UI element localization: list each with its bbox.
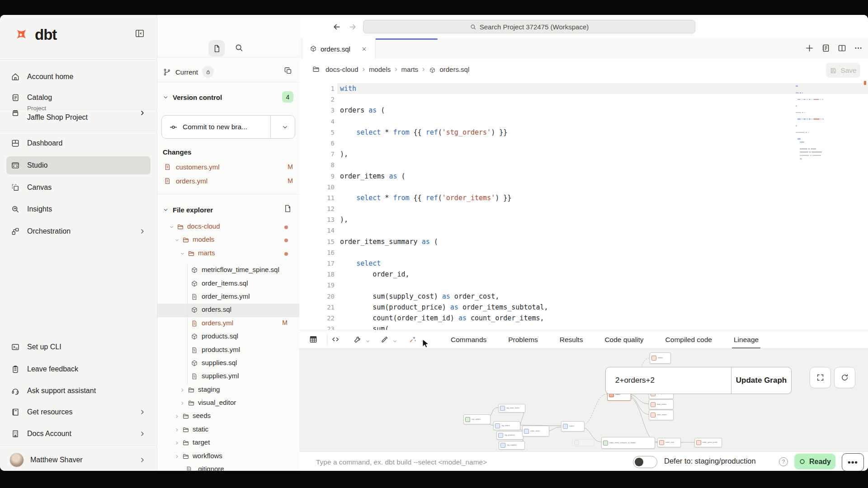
changed-file-orders-yml[interactable]: orders.yml M [164,174,295,187]
copy-button[interactable] [284,66,292,77]
tree-item-staging[interactable]: staging [157,384,299,397]
panel-tab-results[interactable]: Results [560,330,583,349]
code-editor[interactable]: 1with23orders as (45 select * from {{ re… [299,80,868,330]
sidebar-item-orchestration[interactable]: Orchestration [6,222,151,240]
format-dropdown[interactable] [392,338,397,346]
sidebar-item-insights[interactable]: Insights [6,200,151,218]
code-line-14: 14 [299,225,868,236]
files-view-button[interactable] [208,40,225,56]
lineage-node-order-cost[interactable]: order_cost [657,438,681,447]
lineage-node-order-items[interactable]: order_items [522,426,549,436]
lineage-node-stg-products[interactable]: stg_products [496,431,524,440]
back-button[interactable] [332,22,341,33]
project-search-input[interactable]: Search Project 372475 (Workspace) [363,20,695,33]
tree-item--gitignore[interactable]: .gitignore [157,463,299,471]
catalog-panel-button[interactable] [821,43,830,55]
lineage-refresh-button[interactable] [834,367,855,388]
editor-scrollbar[interactable] [864,80,866,330]
tree-item-seeds[interactable]: seeds [157,410,299,423]
lineage-node-orders[interactable]: orders [561,421,585,432]
tree-item-supplies-sql[interactable]: supplies.sql [157,357,299,370]
sidebar-item-setup-cli[interactable]: Set up CLI [6,338,151,356]
results-table-button[interactable] [309,335,318,346]
commit-button[interactable]: Commit to new bra... [161,115,295,139]
panel-tab-lineage[interactable]: Lineage [734,330,759,349]
ai-fix-button[interactable] [408,335,417,346]
changed-file-customers-yml[interactable]: customers.yml M [164,160,295,173]
lineage-node-orders[interactable]: orders [650,352,671,364]
minimap[interactable] [796,80,838,156]
sidebar-item-ask-support[interactable]: Ask support assistant [6,382,151,400]
sidebar-collapse-icon[interactable] [135,28,145,40]
tree-item-target[interactable]: target [157,436,299,450]
breadcrumb-item[interactable]: orders.sql [439,66,469,73]
lineage-node-order-gross-profit[interactable]: order_gross_profit [694,438,722,447]
lineage-node-order-items-compare-to-model[interactable]: order_items_compare_to_model [601,437,655,449]
sidebar-item-leave-feedback[interactable]: Leave feedback [6,360,151,378]
update-graph-button[interactable]: Update Graph [731,367,791,394]
defer-toggle[interactable] [633,456,657,468]
command-bar-more-button[interactable]: ••• [842,453,864,471]
build-button[interactable] [353,335,362,346]
panel-tab-code-quality[interactable]: Code quality [604,330,643,349]
panel-tab-compiled-code[interactable]: Compiled code [665,330,712,349]
lineage-node-stale-orders[interactable]: stale_orders [649,410,674,420]
command-input[interactable] [315,452,606,471]
sidebar-item-account-home[interactable]: Account home [6,68,151,86]
panel-tab-commands[interactable]: Commands [451,330,486,349]
lineage-node-ghost[interactable] [572,439,594,446]
sidebar-item-canvas[interactable]: Canvas [6,178,151,197]
lineage-node-stg-orders[interactable]: stg_orders [493,421,520,430]
close-icon[interactable] [361,46,367,52]
lineage-fullscreen-button[interactable] [810,367,831,388]
sidebar-item-dashboard[interactable]: Dashboard [6,134,151,152]
panel-tab-problems[interactable]: Problems [508,330,538,349]
help-icon[interactable]: ? [779,457,788,466]
chevron-right-icon [175,441,179,446]
tree-item-workflows[interactable]: workflows [157,450,299,463]
new-file-button[interactable] [283,204,292,215]
tree-item-orders-yml[interactable]: orders.ymlM [157,317,299,330]
sidebar-item-studio[interactable]: Studio [6,156,151,174]
sidebar-user-menu[interactable]: Matthew Shaver [6,451,151,469]
tab-orders-sql[interactable]: orders.sql [302,38,376,59]
lineage-panel[interactable]: raw_ordersstg_order_itemsstg_ordersstg_p… [299,348,868,452]
compile-code-button[interactable] [331,335,340,346]
sidebar-item-get-resources[interactable]: Get resources [6,403,151,421]
tree-item-marts[interactable]: marts [157,247,299,260]
tree-item-static[interactable]: static [157,423,299,436]
tree-item-orders-sql[interactable]: orders.sql [157,304,299,317]
tree-item-order-items-sql[interactable]: order_items.sql [157,277,299,291]
tree-item-products-yml[interactable]: products.yml [157,344,299,357]
split-editor-button[interactable] [837,43,847,55]
tree-item-products-sql[interactable]: products.sql [157,330,299,343]
lineage-node-raw-orders[interactable]: raw_orders [463,414,491,424]
lineage-node-food-orders[interactable]: food_orders [649,399,674,409]
version-control-header[interactable]: Version control [163,91,222,103]
breadcrumb-item[interactable]: models [369,66,391,73]
lineage-node-stg-supplies[interactable]: stg_supplies [499,441,525,450]
tree-item-visual-editor[interactable]: visual_editor [157,397,299,410]
sidebar-item-docs-account[interactable]: Docs Account [6,425,151,443]
save-button[interactable]: Save [826,63,860,78]
breadcrumb-item[interactable]: marts [401,66,419,73]
lineage-node-stg-order-items[interactable]: stg_order_items [498,404,525,413]
format-button[interactable] [380,335,389,346]
editor-more-button[interactable] [854,43,863,55]
branch-current[interactable]: Current [163,65,214,79]
sidebar-item-project[interactable]: Project Jaffle Shop Project [6,99,151,127]
tree-item-docs-cloud[interactable]: docs-cloud [157,221,299,234]
tree-item-supplies-yml[interactable]: supplies.yml [157,370,299,383]
tree-item-metricflow-time-spine-sql[interactable]: metricflow_time_spine.sql [157,264,299,277]
new-tab-button[interactable] [805,43,814,55]
tree-item-models[interactable]: models [157,234,299,247]
lineage-selector-input[interactable]: 2+orders+2 [606,367,731,394]
build-dropdown[interactable] [365,338,370,346]
file-explorer-header[interactable]: File explorer [163,204,213,216]
breadcrumb-item[interactable]: docs-cloud [326,66,359,73]
chevron-down-icon[interactable] [282,124,288,131]
status-badge[interactable]: Ready [794,454,835,469]
tree-item-order-items-yml[interactable]: order_items.yml [157,291,299,304]
forward-button[interactable] [348,22,358,33]
search-files-button[interactable] [234,43,244,54]
